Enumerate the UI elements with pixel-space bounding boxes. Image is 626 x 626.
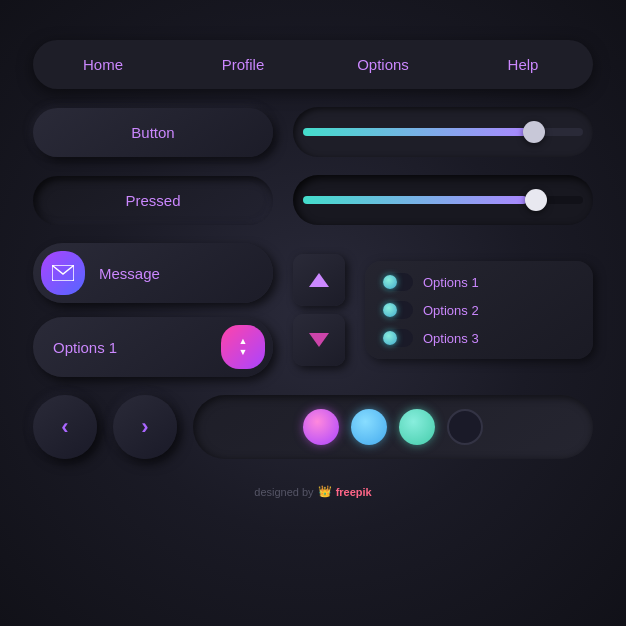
toggle-dot-3	[383, 331, 397, 345]
chevron-right-icon: ›	[141, 414, 148, 440]
slider-1-track	[303, 128, 583, 136]
row-pressed-slider: Pressed	[33, 175, 593, 225]
tri-down-icon: ▼	[239, 348, 248, 357]
prev-nav-btn[interactable]: ‹	[33, 395, 97, 459]
dot-indicator-bar	[193, 395, 593, 459]
row-button-slider: Button	[33, 107, 593, 157]
slider-2[interactable]	[293, 175, 593, 225]
freepik-logo-icon: 👑	[318, 485, 332, 498]
arrow-column	[293, 254, 345, 366]
footer: designed by 👑 freepik	[33, 485, 593, 498]
option-row-1[interactable]: Options 1	[381, 273, 577, 291]
dot-3[interactable]	[399, 409, 435, 445]
next-nav-btn[interactable]: ›	[113, 395, 177, 459]
options1-label: Options 1	[53, 339, 117, 356]
arrow-up-btn[interactable]	[293, 254, 345, 306]
dot-1[interactable]	[303, 409, 339, 445]
slider-1[interactable]	[293, 107, 593, 157]
envelope-icon	[52, 265, 74, 281]
toggle-1[interactable]	[381, 273, 413, 291]
option-label-3: Options 3	[423, 331, 479, 346]
option-row-3[interactable]: Options 3	[381, 329, 577, 347]
footer-text: designed by	[254, 486, 313, 498]
left-buttons-col: Message Options 1 ▲ ▼	[33, 243, 273, 377]
triangle-up-icon	[309, 273, 329, 287]
nav-help[interactable]: Help	[453, 40, 593, 89]
message-btn[interactable]: Message	[33, 243, 273, 303]
toggle-3[interactable]	[381, 329, 413, 347]
message-label: Message	[99, 265, 160, 282]
dot-2[interactable]	[351, 409, 387, 445]
message-icon-bg	[41, 251, 85, 295]
nav-profile[interactable]: Profile	[173, 40, 313, 89]
slider-1-thumb[interactable]	[523, 121, 545, 143]
options1-btn[interactable]: Options 1 ▲ ▼	[33, 317, 273, 377]
tri-up-icon: ▲	[239, 337, 248, 346]
nav-options[interactable]: Options	[313, 40, 453, 89]
options-panel: Options 1 Options 2 Options 3	[365, 261, 593, 359]
arrow-down-btn[interactable]	[293, 314, 345, 366]
option-row-2[interactable]: Options 2	[381, 301, 577, 319]
nav-home[interactable]: Home	[33, 40, 173, 89]
toggle-dot-1	[383, 275, 397, 289]
nav-bar: Home Profile Options Help	[33, 40, 593, 89]
main-container: Home Profile Options Help Button Pressed	[33, 0, 593, 498]
slider-2-fill	[303, 196, 527, 204]
toggle-2[interactable]	[381, 301, 413, 319]
nav-circles-row: ‹ ›	[33, 395, 593, 459]
option-label-2: Options 2	[423, 303, 479, 318]
pressed-btn[interactable]: Pressed	[33, 176, 273, 225]
slider-2-thumb[interactable]	[525, 189, 547, 211]
brand-label: freepik	[336, 486, 372, 498]
option-label-1: Options 1	[423, 275, 479, 290]
slider-1-fill	[303, 128, 527, 136]
triangle-down-icon	[309, 333, 329, 347]
button-btn[interactable]: Button	[33, 108, 273, 157]
slider-2-track	[303, 196, 583, 204]
row-message-options: Message Options 1 ▲ ▼	[33, 243, 593, 377]
dot-4-inactive[interactable]	[447, 409, 483, 445]
toggle-dot-2	[383, 303, 397, 317]
updown-icon-bg: ▲ ▼	[221, 325, 265, 369]
chevron-left-icon: ‹	[61, 414, 68, 440]
